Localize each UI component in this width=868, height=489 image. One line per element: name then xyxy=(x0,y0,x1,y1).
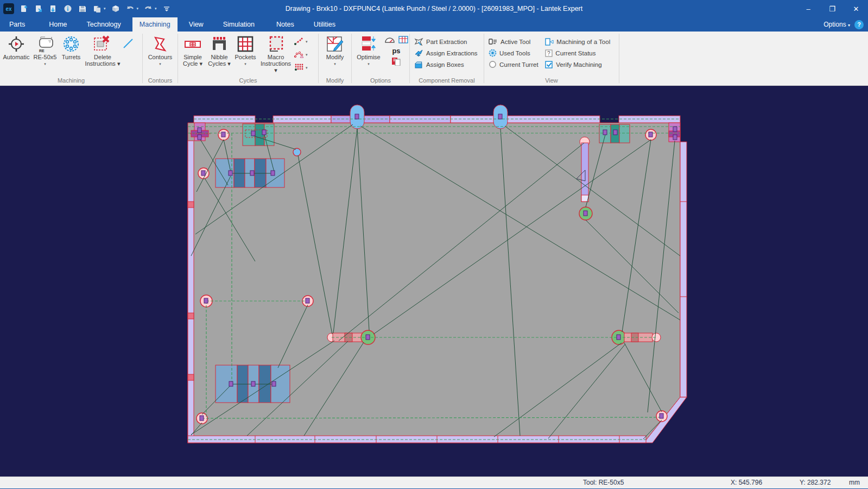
table-icon xyxy=(398,36,408,43)
status-bar: Tool: RE-50x5 X: 545.796 Y: 282.372 mm xyxy=(0,477,868,488)
svg-text:RE: RE xyxy=(39,49,45,53)
macro-instructions-button[interactable]: Macro Instructions ▾ xyxy=(258,33,293,73)
minimize-button[interactable]: – xyxy=(796,0,820,17)
new-part-icon[interactable] xyxy=(19,4,29,14)
ribbon-group-modify: Modify ▾ Modify xyxy=(319,32,351,85)
ribbon-group-cycles: Simple Cycle ▾ Nibble Cycles ▾ Pockets ▾ xyxy=(178,32,318,85)
ribbon: Automatic RE RE-50x5 ▾ Turrets Delete In xyxy=(0,32,868,86)
status-active-tool: Tool: RE-50x5 xyxy=(583,479,624,486)
redo-icon[interactable] xyxy=(143,4,153,14)
ribbon-group-component-removal: Part Extraction Assign Extractions Assig… xyxy=(410,32,484,85)
group-label-contours: Contours xyxy=(144,76,176,85)
ribbon-group-machining: Automatic RE RE-50x5 ▾ Turrets Delete In xyxy=(0,32,142,85)
paste-dropdown-arrow[interactable]: ▾ xyxy=(104,7,106,11)
undo-dropdown-arrow[interactable]: ▾ xyxy=(137,7,139,11)
automatic-icon xyxy=(8,34,25,54)
macro-instructions-icon xyxy=(266,34,286,54)
view-current-turret-button[interactable]: Current Turret xyxy=(489,60,538,69)
tab-notes[interactable]: Notes xyxy=(269,17,301,32)
blue-line-icon xyxy=(122,37,135,50)
info-icon[interactable] xyxy=(63,4,73,14)
punch-along-arc-button[interactable]: ▾ xyxy=(293,49,308,60)
open-part-icon[interactable] xyxy=(34,4,43,14)
title-bar: ex ▾ ▾ ▾ Draw xyxy=(0,0,868,17)
punch-line-icon xyxy=(293,36,304,46)
manual-punch-line-button[interactable] xyxy=(122,33,135,52)
tab-view[interactable]: View xyxy=(182,17,211,32)
group-label-cycles: Cycles xyxy=(179,76,317,85)
group-label-component-removal: Component Removal xyxy=(411,76,483,85)
paste-icon[interactable] xyxy=(92,4,102,14)
view-current-status-button[interactable]: ? Current Status xyxy=(545,48,614,58)
view-machining-of-a-tool-button[interactable]: Machining of a Tool xyxy=(545,37,614,46)
status-y-coordinate: Y: 282.372 xyxy=(800,479,831,486)
customize-toolbar-icon[interactable] xyxy=(162,4,172,14)
close-button[interactable]: ✕ xyxy=(844,0,868,17)
status-x-coordinate: X: 545.796 xyxy=(731,479,762,486)
assign-extractions-button[interactable]: Assign Extractions xyxy=(414,48,479,58)
ribbon-group-options: Optimise ▾ ps Options xyxy=(352,32,409,85)
delete-instructions-button[interactable]: Delete Instructions ▾ xyxy=(84,33,122,67)
punch-arc-icon xyxy=(293,49,304,59)
part-extraction-icon xyxy=(414,37,423,46)
tab-technology[interactable]: Technology xyxy=(80,17,128,32)
table-button[interactable] xyxy=(398,36,408,46)
automatic-button[interactable]: Automatic xyxy=(1,33,31,60)
view-verify-machining-button[interactable]: Verify Machining xyxy=(545,60,614,69)
current-turret-icon xyxy=(489,60,497,68)
redo-dropdown-arrow[interactable]: ▾ xyxy=(155,7,157,11)
import-part-icon[interactable] xyxy=(48,4,58,14)
options-menu[interactable]: Options ▾ xyxy=(823,21,850,28)
gauge-button[interactable] xyxy=(384,36,395,46)
group-label-view: View xyxy=(485,76,618,85)
modify-button[interactable]: Modify ▾ xyxy=(320,33,350,67)
nibble-cycles-icon xyxy=(210,34,229,54)
pockets-button[interactable]: Pockets ▾ xyxy=(232,33,258,67)
save-icon[interactable] xyxy=(78,4,87,14)
nesting-drawing[interactable] xyxy=(0,86,868,477)
tab-utilities[interactable]: Utilities xyxy=(307,17,343,32)
svg-text:?: ? xyxy=(547,51,550,57)
group-label-machining: Machining xyxy=(1,76,141,85)
optimise-button[interactable]: Optimise ▾ xyxy=(353,33,384,67)
used-tools-icon xyxy=(489,49,497,57)
active-tool-icon xyxy=(489,38,498,45)
assign-extractions-icon xyxy=(414,49,423,57)
punch-matrix-icon xyxy=(293,62,304,72)
tab-parts[interactable]: Parts xyxy=(2,17,32,32)
ribbon-group-view: Active Tool Used Tools Current Turret Ma… xyxy=(484,32,619,85)
active-tool-dropdown-button[interactable]: RE RE-50x5 ▾ xyxy=(31,33,59,67)
tab-simulation[interactable]: Simulation xyxy=(216,17,262,32)
delete-instructions-icon xyxy=(92,34,113,54)
status-units: mm xyxy=(849,479,860,486)
tab-machining[interactable]: Machining xyxy=(132,17,178,32)
ps-button[interactable]: ps xyxy=(384,47,408,55)
app-logo-icon[interactable]: ex xyxy=(3,3,14,14)
window-controls: – ❐ ✕ xyxy=(796,0,868,17)
part-extraction-button[interactable]: Part Extraction xyxy=(414,37,479,46)
current-status-icon: ? xyxy=(545,49,553,57)
report-icon[interactable] xyxy=(111,4,121,14)
view-active-tool-button[interactable]: Active Tool xyxy=(489,37,538,46)
undo-icon[interactable] xyxy=(125,4,135,14)
punch-matrix-button[interactable]: ▾ xyxy=(293,62,308,73)
simple-cycle-button[interactable]: Simple Cycle ▾ xyxy=(179,33,206,67)
restore-button[interactable]: ❐ xyxy=(820,0,844,17)
help-button[interactable]: ? xyxy=(854,20,864,29)
menu-bar: Parts Home Technology Machining View Sim… xyxy=(0,17,868,32)
turrets-button[interactable]: Turrets xyxy=(59,33,84,60)
view-used-tools-button[interactable]: Used Tools xyxy=(489,48,538,58)
gauge-icon xyxy=(384,36,395,43)
documents-button[interactable] xyxy=(384,56,408,68)
punch-along-line-button[interactable]: ▾ xyxy=(293,36,308,47)
tab-home[interactable]: Home xyxy=(42,17,74,32)
assign-boxes-button[interactable]: Assign Boxes xyxy=(414,60,479,69)
drawing-canvas[interactable] xyxy=(0,86,868,477)
simple-cycle-icon xyxy=(183,34,202,54)
re-tool-icon: RE xyxy=(35,34,55,54)
group-label-modify: Modify xyxy=(320,76,350,85)
quick-access-toolbar: ex ▾ ▾ ▾ xyxy=(0,3,172,14)
verify-machining-icon xyxy=(545,61,553,68)
contours-button[interactable]: Contours ▾ xyxy=(145,33,175,67)
nibble-cycles-button[interactable]: Nibble Cycles ▾ xyxy=(206,33,232,67)
